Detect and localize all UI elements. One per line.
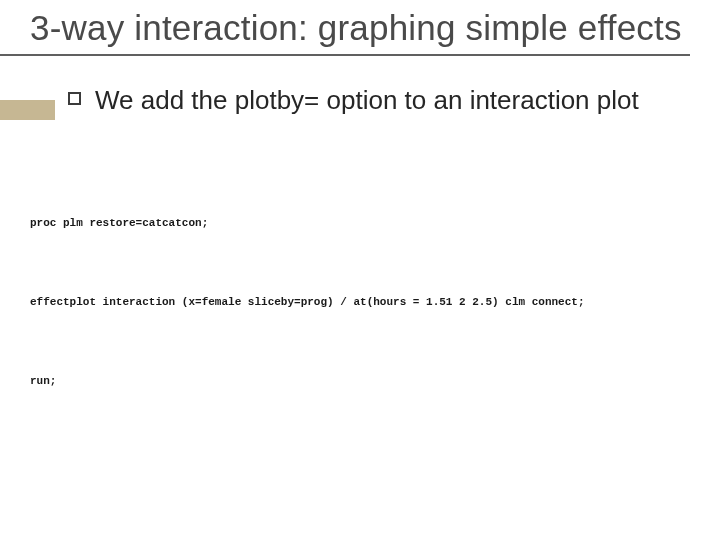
- body: We add the plotby= option to an interact…: [0, 56, 720, 117]
- slide-title: 3-way interaction: graphing simple effec…: [30, 8, 690, 48]
- code-line-3: run;: [30, 368, 690, 394]
- bullet-text: We add the plotby= option to an interact…: [95, 84, 639, 117]
- square-bullet-icon: [68, 92, 81, 105]
- code-line-2: effectplot interaction (x=female sliceby…: [30, 289, 690, 315]
- bullet-item: We add the plotby= option to an interact…: [68, 84, 680, 117]
- accent-bar: [0, 100, 55, 120]
- code-block: proc plm restore=catcatcon; effectplot i…: [0, 117, 720, 447]
- code-line-1: proc plm restore=catcatcon;: [30, 210, 690, 236]
- title-block: 3-way interaction: graphing simple effec…: [0, 0, 720, 56]
- slide: 3-way interaction: graphing simple effec…: [0, 0, 720, 540]
- title-underline: [0, 54, 690, 56]
